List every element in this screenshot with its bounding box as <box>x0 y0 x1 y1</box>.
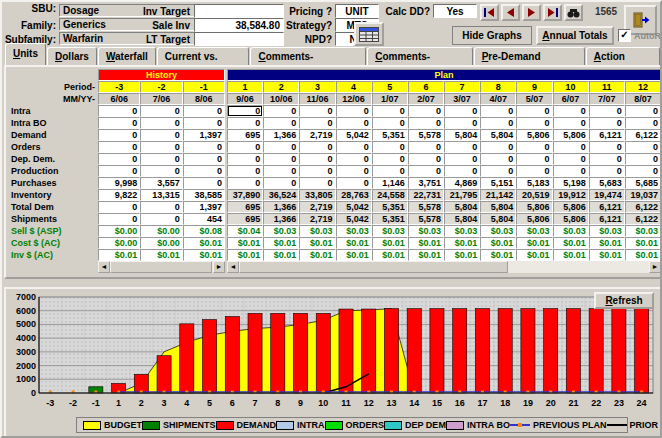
grid-cell[interactable]: $0.01 <box>553 237 589 249</box>
grid-cell[interactable]: $0.01 <box>299 249 335 261</box>
grid-cell[interactable]: 5,804 <box>480 213 516 225</box>
grid-cell[interactable]: 0 <box>299 117 335 129</box>
grid-cell[interactable]: 5,806 <box>516 213 552 225</box>
grid-cell[interactable]: 28,763 <box>336 189 372 201</box>
grid-cell[interactable]: 0 <box>183 117 225 129</box>
grid-cell[interactable]: 19,474 <box>589 189 625 201</box>
grid-cell[interactable]: 19,037 <box>625 189 661 201</box>
grid-cell[interactable]: 5,804 <box>480 129 516 141</box>
grid-cell[interactable]: 0 <box>625 165 661 177</box>
grid-cell[interactable]: $0.04 <box>227 225 263 237</box>
grid-cell[interactable]: 2,719 <box>299 213 335 225</box>
grid-cell[interactable]: $0.00 <box>98 237 140 249</box>
grid-cell[interactable]: 0 <box>98 153 140 165</box>
grid-cell[interactable]: 0 <box>516 117 552 129</box>
grid-cell[interactable]: 6,121 <box>589 213 625 225</box>
grid-cell[interactable]: 0 <box>140 213 182 225</box>
grid-cell[interactable]: 0 <box>480 153 516 165</box>
grid-cell[interactable]: 5,804 <box>444 213 480 225</box>
grid-cell[interactable]: 5,151 <box>480 177 516 189</box>
grid-cell[interactable]: 5,804 <box>444 201 480 213</box>
tab-comments-subfamily[interactable]: Comments-Subfamily <box>250 47 366 65</box>
grid-cell[interactable]: $0.03 <box>299 225 335 237</box>
grid-cell[interactable]: $0.03 <box>408 225 444 237</box>
grid-cell[interactable]: $0.01 <box>227 249 263 261</box>
grid-cell[interactable]: $0.01 <box>625 249 661 261</box>
grid-cell[interactable]: 0 <box>263 165 299 177</box>
grid-cell[interactable]: 3,751 <box>408 177 444 189</box>
grid-cell[interactable]: 5,806 <box>553 213 589 225</box>
grid-cell[interactable]: 4,869 <box>444 177 480 189</box>
tab-comments-general[interactable]: Comments-General <box>367 47 473 65</box>
scroll-left-button[interactable]: ◄ <box>98 261 110 273</box>
refresh-button[interactable]: Refresh <box>594 292 654 309</box>
tab-action-items[interactable]: Action Items <box>586 47 660 65</box>
grid-cell[interactable]: 0 <box>227 177 263 189</box>
tab-current-vs-prior[interactable]: Current vs. Prior <box>157 47 250 65</box>
grid-cell[interactable]: $0.01 <box>408 237 444 249</box>
grid-cell[interactable]: 0 <box>589 165 625 177</box>
grid-cell[interactable]: $0.01 <box>372 249 408 261</box>
grid-cell[interactable]: $0.03 <box>553 225 589 237</box>
grid-cell[interactable]: 0 <box>625 117 661 129</box>
scroll-track[interactable] <box>508 261 649 273</box>
grid-cell[interactable]: $0.01 <box>263 249 299 261</box>
previous-record-button[interactable] <box>501 4 520 21</box>
grid-cell[interactable]: 0 <box>408 165 444 177</box>
grid-cell[interactable]: 0 <box>372 153 408 165</box>
grid-cell[interactable]: 36,524 <box>263 189 299 201</box>
tab-dollars[interactable]: Dollars <box>47 47 97 65</box>
grid-cell[interactable]: 695 <box>227 129 263 141</box>
grid-cell[interactable]: 0 <box>408 153 444 165</box>
grid-cell[interactable]: $0.03 <box>336 225 372 237</box>
grid-cell[interactable]: 0 <box>589 105 625 117</box>
grid-cell[interactable]: $0.03 <box>263 225 299 237</box>
grid-cell[interactable]: 0 <box>444 141 480 153</box>
grid-cell[interactable]: 0 <box>553 105 589 117</box>
grid-cell[interactable]: $0.01 <box>140 249 182 261</box>
grid-cell[interactable]: $0.08 <box>183 225 225 237</box>
grid-cell[interactable]: $0.00 <box>140 225 182 237</box>
grid-cell[interactable]: 6,121 <box>589 201 625 213</box>
grid-cell[interactable]: 6,122 <box>625 129 661 141</box>
grid-cell[interactable]: $0.01 <box>183 249 225 261</box>
grid-cell[interactable]: 21,142 <box>480 189 516 201</box>
grid-cell[interactable]: $0.01 <box>227 237 263 249</box>
grid-cell[interactable]: 5,806 <box>553 201 589 213</box>
grid-cell[interactable]: 0 <box>98 201 140 213</box>
grid-cell[interactable]: 0 <box>263 117 299 129</box>
grid-cell[interactable]: 5,683 <box>589 177 625 189</box>
grid-cell[interactable]: 695 <box>227 213 263 225</box>
grid-cell[interactable]: $0.01 <box>480 237 516 249</box>
scroll-thumb[interactable] <box>110 261 212 273</box>
grid-cell[interactable]: 0 <box>516 105 552 117</box>
grid-cell[interactable]: 0 <box>98 141 140 153</box>
grid-cell[interactable]: 33,805 <box>299 189 335 201</box>
grid-cell[interactable]: $0.01 <box>336 249 372 261</box>
grid-cell[interactable]: 0 <box>98 165 140 177</box>
scroll-left-button[interactable]: ◄ <box>227 261 239 273</box>
grid-cell[interactable]: 0 <box>263 105 299 117</box>
grid-cell[interactable]: 0 <box>480 105 516 117</box>
grid-cell[interactable]: $0.01 <box>516 249 552 261</box>
grid-cell[interactable]: $0.01 <box>263 237 299 249</box>
grid-cell[interactable]: 0 <box>408 105 444 117</box>
pricing-input[interactable]: UNIT <box>335 4 379 18</box>
scroll-right-button[interactable]: ► <box>649 261 661 273</box>
grid-cell[interactable]: 0 <box>227 117 263 129</box>
scroll-right-button[interactable]: ► <box>213 261 225 273</box>
grid-cell[interactable]: 9,822 <box>98 189 140 201</box>
grid-cell[interactable]: 19,912 <box>553 189 589 201</box>
grid-cell[interactable]: 5,183 <box>516 177 552 189</box>
next-record-button[interactable] <box>522 4 541 21</box>
grid-cell[interactable]: $0.01 <box>553 249 589 261</box>
grid-cell[interactable]: $0.01 <box>480 249 516 261</box>
grid-cell[interactable]: 0 <box>372 141 408 153</box>
grid-cell[interactable]: 22,731 <box>408 189 444 201</box>
find-record-button[interactable] <box>564 4 583 21</box>
grid-cell[interactable]: 0 <box>589 153 625 165</box>
grid-cell[interactable]: 0 <box>140 105 182 117</box>
grid-cell[interactable]: 20,519 <box>516 189 552 201</box>
grid-cell[interactable]: $0.00 <box>140 237 182 249</box>
grid-cell[interactable]: 0 <box>227 141 263 153</box>
